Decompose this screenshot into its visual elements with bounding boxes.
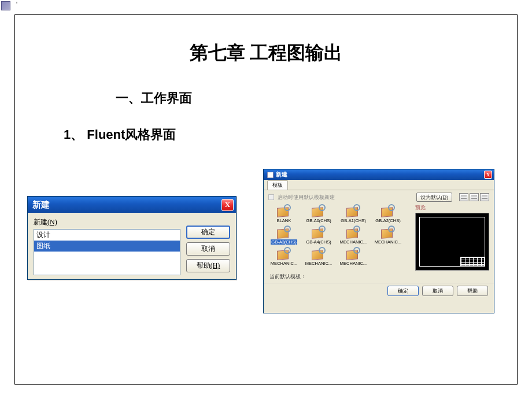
status-label: 当前默认模板： [269,274,306,279]
view-details-button[interactable] [480,193,489,201]
ok-button[interactable]: 确定 [387,286,419,296]
section-heading: 一、工作界面 [116,90,192,107]
titlebar-icon [267,172,274,178]
template-item[interactable]: MECHANIC... [338,247,369,266]
template-label: GB-A0(CHS) [306,218,331,223]
dialog-titlebar[interactable]: 新建 X [264,169,494,180]
close-button[interactable]: X [221,199,234,211]
new-dialog-templates: 新建 X 模板 启动时使用默认模板新建 设为默认(D) BLANKGB-A0(C… [263,169,494,313]
preview-label: 预览 [415,204,489,212]
template-item[interactable]: GB-A0(CHS) [303,204,334,223]
template-icon [276,226,292,238]
dialog-title-text: 新建 [32,200,50,210]
template-label: MECHANIC... [271,261,297,266]
template-icon [276,247,292,260]
template-icon [311,204,327,217]
default-template-checkbox-label: 启动时使用默认模板新建 [278,194,335,201]
template-label: GB-A3(CHS) [271,239,297,245]
template-label: GB-A4(CHS) [306,239,331,245]
dialog-titlebar[interactable]: 新建 X [28,197,236,213]
view-list-button[interactable] [470,193,479,201]
type-listbox[interactable]: 设计 图纸 [34,229,180,275]
set-default-label: 设为默认 [420,194,441,201]
template-icon [276,204,292,217]
template-item[interactable]: BLANK [268,204,300,223]
template-icon [380,226,396,238]
help-label: 帮助 [197,261,210,271]
template-icon [345,226,361,238]
template-item[interactable]: MECHANIC... [268,247,300,266]
template-label: GB-A2(CHS) [375,218,400,223]
template-label: MECHANIC... [340,261,367,266]
template-item[interactable]: GB-A2(CHS) [372,204,404,223]
template-label: MECHANIC... [375,239,401,245]
close-icon: X [486,172,490,178]
template-icon [345,204,361,217]
cancel-button[interactable]: 取消 [186,242,230,256]
ok-button[interactable]: 确定 [186,226,230,239]
preview-panel [415,213,489,271]
status-row: 当前默认模板： [264,271,494,282]
template-label: MECHANIC... [340,239,367,245]
template-list[interactable]: BLANKGB-A0(CHS)GB-A1(CHS)GB-A2(CHS)GB-A3… [268,204,412,271]
template-icon [380,204,396,217]
set-default-accel: (D) [441,194,449,200]
preview-titleblock [460,257,485,266]
list-item-drawing[interactable]: 图纸 [34,241,180,252]
new-dialog-small: 新建 X 新建(N) 设计 图纸 确定 取消 帮助(H) [27,196,237,280]
list-item-design[interactable]: 设计 [34,230,180,241]
tab-template[interactable]: 模板 [267,180,288,190]
help-button[interactable]: 帮助 [457,286,488,296]
template-icon [345,247,361,260]
stray-text: ' [15,1,19,8]
template-item[interactable]: GB-A4(CHS) [303,226,334,245]
chapter-title: 第七章 工程图输出 [0,40,532,66]
new-label-accel: (N) [47,218,57,226]
template-item[interactable]: MECHANIC... [372,226,404,245]
template-item[interactable]: MECHANIC... [338,226,369,245]
template-item[interactable]: GB-A3(CHS) [268,226,300,245]
template-icon [311,226,327,238]
new-label-text: 新建 [34,218,47,226]
set-default-button[interactable]: 设为默认(D) [416,193,453,202]
template-label: MECHANIC... [305,261,332,266]
default-template-checkbox [268,194,274,200]
dialog-title-text: 新建 [276,171,287,179]
tab-bar: 模板 [264,180,494,190]
close-button[interactable]: X [484,171,492,179]
app-icon [1,1,10,10]
subsection-heading: 1、 Fluent风格界面 [64,126,176,143]
new-label: 新建(N) [34,217,180,227]
cancel-button[interactable]: 取消 [422,286,453,296]
template-icon [311,247,327,260]
template-label: GB-A1(CHS) [341,218,365,223]
help-button[interactable]: 帮助(H) [186,259,230,272]
help-accel: (H) [210,261,220,270]
template-item[interactable]: GB-A1(CHS) [338,204,369,223]
template-label: BLANK [277,218,291,223]
template-item[interactable]: MECHANIC... [303,247,334,266]
close-icon: X [225,200,230,209]
view-large-icons-button[interactable] [459,193,468,201]
